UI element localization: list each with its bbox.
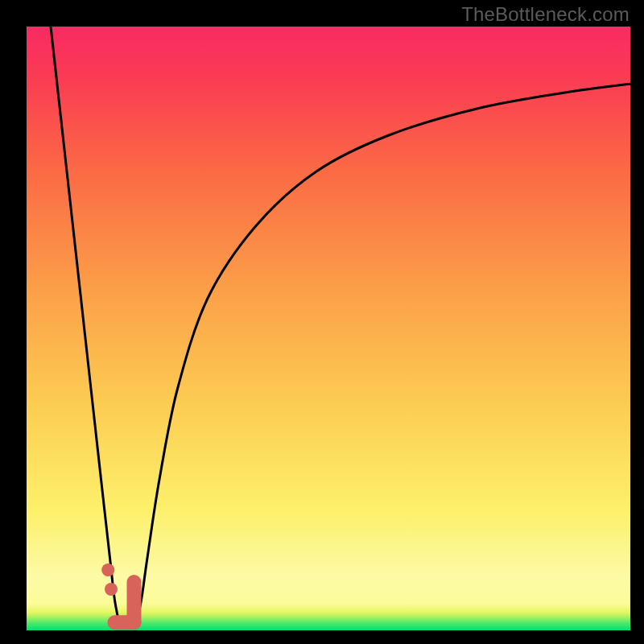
curve-left-branch bbox=[51, 27, 120, 627]
chart-plot-area bbox=[27, 27, 630, 630]
watermark-text: TheBottleneck.com bbox=[461, 3, 630, 26]
chart-svg bbox=[27, 27, 630, 630]
marker-dot-upper bbox=[101, 564, 114, 576]
curve-right-branch bbox=[135, 84, 630, 627]
marker-dot-lower bbox=[105, 583, 118, 596]
outer-frame: TheBottleneck.com bbox=[0, 0, 644, 644]
